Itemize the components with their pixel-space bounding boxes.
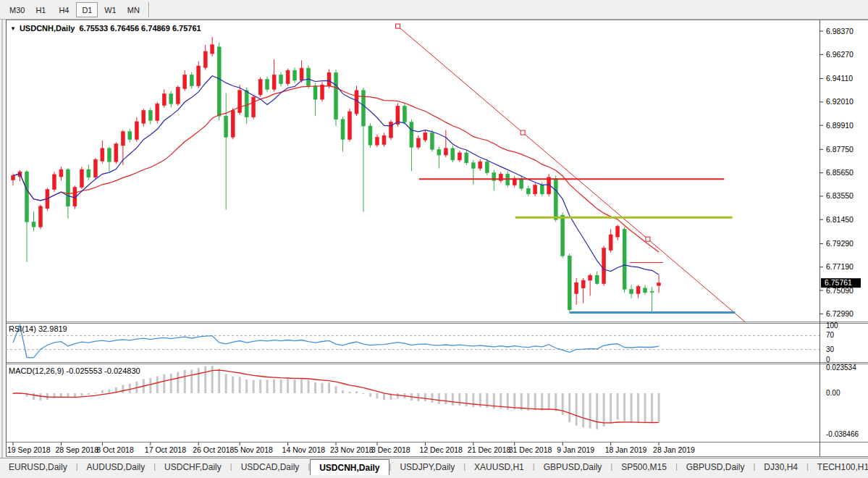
chart-tab-eurusd-daily[interactable]: EURUSD,Daily [0, 459, 76, 474]
terminal-window: M30H1H4D1W1MN 6.983706.962706.941106.920… [0, 0, 868, 478]
macd-values: -0.025553 -0.024830 [66, 366, 140, 375]
timeframe-button-mn[interactable]: MN [122, 2, 144, 17]
price-axis-label: 6.94110 [826, 74, 853, 83]
price-axis-label: 6.87750 [826, 145, 854, 154]
time-axis-label: 31 Dec 2018 [509, 445, 552, 454]
time-axis-label: 3 Dec 2018 [371, 445, 410, 454]
chart-symbol: USDCNH,Daily [20, 24, 75, 33]
chart-ohlc-values: 6.75533 6.76456 6.74869 6.75761 [79, 24, 201, 33]
timeframe-toolbar: M30H1H4D1W1MN [0, 0, 868, 20]
price-axis-label: 6.72990 [826, 309, 854, 318]
timeframe-button-w1[interactable]: W1 [99, 2, 121, 17]
rsi-axis-label: 100 [826, 322, 838, 330]
time-axis-label: 8 Oct 2018 [96, 445, 134, 454]
rsi-indicator-label: RSI(14) 32.9819 [9, 324, 67, 333]
rsi-axis-label: 30 [826, 345, 835, 353]
chart-tab-usdjpy-daily[interactable]: USDJPY,Daily [391, 459, 463, 474]
chart-tab-bar: EURUSD,Daily|AUDUSD,Daily|USDCHF,Daily|U… [0, 458, 868, 478]
time-axis-label: 23 Nov 2018 [330, 445, 374, 454]
time-axis-label: 28 Jan 2019 [653, 445, 695, 454]
chart-tab-xauusd-h1[interactable]: XAUUSD,H1 [465, 459, 533, 474]
price-axis-label: 6.77190 [826, 262, 854, 271]
time-axis-label: 12 Dec 2018 [419, 445, 463, 454]
price-axis-label: 6.92010 [826, 97, 854, 106]
time-axis-label: 26 Oct 2018 [193, 445, 234, 454]
chart-tab-usdchf-daily[interactable]: USDCHF,Daily [156, 459, 230, 474]
rsi-axis-label: 70 [826, 331, 835, 339]
price-axis-label: 6.98370 [826, 27, 854, 35]
time-axis-label: 9 Jan 2019 [557, 445, 594, 454]
rsi-axis-label: 0 [826, 356, 830, 364]
price-axis-label: 6.85650 [826, 168, 854, 177]
macd-axis-label: 0.023534 [826, 364, 856, 372]
symbol-dropdown-icon[interactable]: ▼ [10, 25, 16, 32]
macd-axis-label: 0.00 [826, 389, 840, 397]
chart-tab-dj30-h4[interactable]: DJ30,H4 [755, 459, 806, 474]
time-axis-label: 17 Oct 2018 [145, 445, 186, 454]
chart-title: ▼USDCNH,Daily 6.75533 6.76456 6.74869 6.… [10, 24, 201, 33]
time-axis-label: 28 Sep 2018 [55, 445, 98, 454]
time-axis-label: 21 Dec 2018 [468, 445, 511, 454]
price-axis-label: 6.81450 [826, 215, 854, 224]
descending-trendline-handle[interactable] [395, 24, 400, 28]
chart-tab-tech100-h1[interactable]: TECH100,H1 [809, 459, 868, 474]
price-axis-label: 6.96270 [826, 50, 854, 59]
chart-tab-audusd-daily[interactable]: AUDUSD,Daily [78, 459, 154, 474]
chart-background [6, 20, 868, 457]
rsi-value: 32.9819 [38, 324, 67, 333]
time-axis-label: 18 Jan 2019 [605, 445, 647, 454]
timeframe-button-h1[interactable]: H1 [30, 2, 51, 17]
chart-tab-usdcnh-daily[interactable]: USDCNH,Daily [310, 459, 389, 475]
time-axis-label: 5 Nov 2018 [234, 445, 273, 454]
timeframe-button-m30[interactable]: M30 [6, 2, 28, 17]
time-axis-label: 14 Nov 2018 [282, 445, 326, 454]
chart-tab-gbpusd-daily[interactable]: GBPUSD,Daily [678, 459, 754, 474]
chart-tab-sp500-m15[interactable]: SP500,M15 [612, 459, 675, 474]
macd-indicator-label: MACD(12,26,9) -0.025553 -0.024830 [9, 366, 140, 375]
descending-trendline-handle[interactable] [521, 130, 525, 135]
timeframe-button-d1[interactable]: D1 [76, 2, 98, 17]
chart-tab-usdcad-daily[interactable]: USDCAD,Daily [232, 459, 308, 474]
price-axis-label: 6.83550 [826, 191, 854, 200]
timeframe-button-h4[interactable]: H4 [53, 2, 75, 17]
time-axis-label: 19 Sep 2018 [7, 445, 51, 454]
toolbar-separator [148, 2, 150, 17]
descending-trendline-handle[interactable] [646, 237, 650, 241]
macd-axis-label: -0.038466 [826, 430, 859, 438]
price-axis-label: 6.89910 [826, 121, 854, 130]
chart-tab-gbpusd-daily[interactable]: GBPUSD,Daily [535, 459, 611, 474]
current-price-label: 6.75761 [825, 278, 852, 287]
chart-canvas[interactable]: 6.983706.962706.941106.920106.899106.877… [0, 20, 868, 458]
price-axis-label: 6.79290 [826, 239, 854, 248]
